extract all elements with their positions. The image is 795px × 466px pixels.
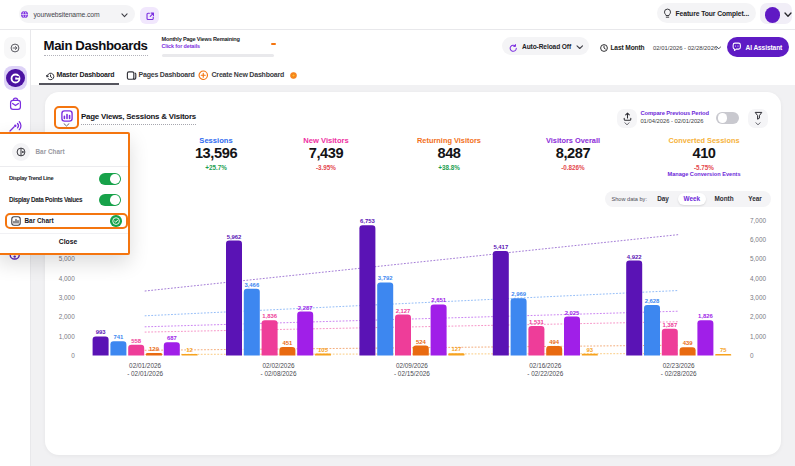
svg-text:1,826: 1,826 bbox=[698, 313, 713, 319]
svg-text:1,531: 1,531 bbox=[529, 319, 544, 325]
svg-text:5,000: 5,000 bbox=[750, 255, 766, 262]
svg-text:02/09/2026: 02/09/2026 bbox=[396, 362, 428, 369]
svg-text:1,000: 1,000 bbox=[59, 333, 75, 340]
svg-text:5,962: 5,962 bbox=[227, 234, 242, 240]
svg-text:02/16/2026: 02/16/2026 bbox=[529, 362, 561, 369]
svg-text:2,628: 2,628 bbox=[645, 298, 660, 304]
svg-text:1,836: 1,836 bbox=[262, 313, 277, 319]
svg-text:2,651: 2,651 bbox=[431, 297, 446, 303]
svg-text:- 02/15/2026: - 02/15/2026 bbox=[394, 370, 430, 377]
svg-text:524: 524 bbox=[416, 339, 427, 345]
svg-text:105: 105 bbox=[318, 347, 329, 353]
svg-text:451: 451 bbox=[282, 340, 293, 346]
svg-text:558: 558 bbox=[131, 338, 142, 344]
svg-text:2,969: 2,969 bbox=[511, 291, 526, 297]
svg-text:93: 93 bbox=[587, 347, 594, 353]
svg-text:5,000: 5,000 bbox=[59, 255, 75, 262]
svg-text:129: 129 bbox=[149, 346, 160, 352]
svg-text:2,127: 2,127 bbox=[396, 308, 411, 314]
svg-text:494: 494 bbox=[549, 339, 560, 345]
svg-text:12: 12 bbox=[186, 347, 193, 353]
svg-text:0: 0 bbox=[750, 352, 754, 359]
svg-text:741: 741 bbox=[113, 334, 124, 340]
svg-text:7,000: 7,000 bbox=[750, 217, 766, 224]
svg-text:2,025: 2,025 bbox=[565, 310, 580, 316]
svg-text:2,000: 2,000 bbox=[59, 313, 75, 320]
svg-text:127: 127 bbox=[451, 346, 462, 352]
svg-text:439: 439 bbox=[683, 340, 694, 346]
svg-text:- 02/01/2026: - 02/01/2026 bbox=[127, 370, 163, 377]
svg-text:2,000: 2,000 bbox=[750, 313, 766, 320]
svg-text:4,000: 4,000 bbox=[59, 275, 75, 282]
svg-text:1,000: 1,000 bbox=[750, 333, 766, 340]
svg-text:75: 75 bbox=[720, 347, 727, 353]
svg-text:4,000: 4,000 bbox=[750, 275, 766, 282]
svg-text:5,417: 5,417 bbox=[493, 244, 508, 250]
svg-text:- 02/08/2026: - 02/08/2026 bbox=[261, 370, 297, 377]
svg-text:- 02/22/2026: - 02/22/2026 bbox=[527, 370, 563, 377]
svg-text:0: 0 bbox=[71, 352, 75, 359]
svg-text:3,466: 3,466 bbox=[244, 282, 259, 288]
svg-text:6,000: 6,000 bbox=[750, 236, 766, 243]
svg-text:3,000: 3,000 bbox=[750, 294, 766, 301]
svg-text:3,000: 3,000 bbox=[59, 294, 75, 301]
svg-text:02/23/2026: 02/23/2026 bbox=[663, 362, 695, 369]
svg-text:4,922: 4,922 bbox=[627, 254, 642, 260]
svg-text:02/01/2026: 02/01/2026 bbox=[129, 362, 161, 369]
svg-text:3,792: 3,792 bbox=[378, 275, 393, 281]
svg-text:6,753: 6,753 bbox=[360, 218, 375, 224]
svg-text:687: 687 bbox=[167, 335, 178, 341]
svg-text:- 02/28/2026: - 02/28/2026 bbox=[661, 370, 697, 377]
svg-text:2,287: 2,287 bbox=[298, 305, 313, 311]
svg-text:02/02/2026: 02/02/2026 bbox=[263, 362, 295, 369]
svg-text:1,387: 1,387 bbox=[662, 322, 677, 328]
svg-text:993: 993 bbox=[96, 329, 107, 335]
